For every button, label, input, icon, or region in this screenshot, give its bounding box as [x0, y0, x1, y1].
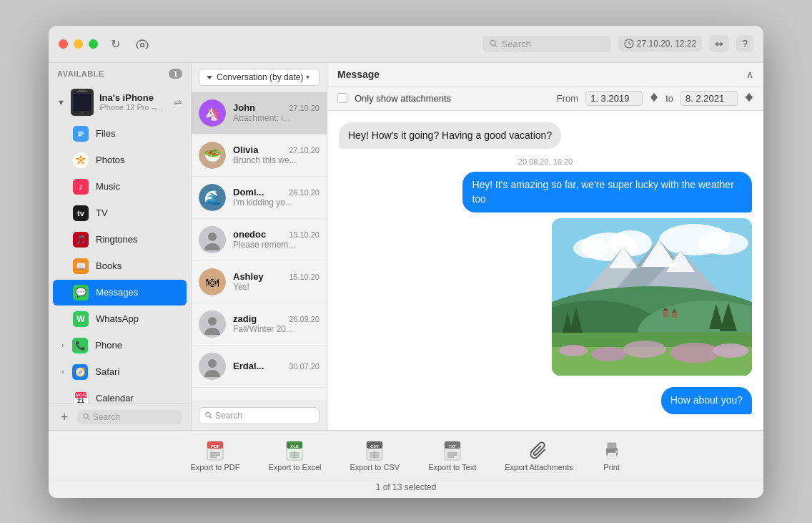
- minimize-button[interactable]: [74, 39, 83, 49]
- ringtones-icon: 🎵: [73, 232, 89, 248]
- sidebar: AVAILABLE 1 ▼ Ina's iPhone iPhone 12 Pro…: [49, 63, 192, 430]
- sidebar-item-calendar[interactable]: MON 21 Calendar: [53, 386, 187, 404]
- conversations-list: 🦄 John 27.10.20 Attachment: i...: [192, 92, 327, 401]
- svg-line-19: [88, 418, 89, 419]
- safari-icon: 🧭: [72, 364, 88, 380]
- message-bubble-3: How about you?: [661, 387, 752, 414]
- conversations-search-inner[interactable]: [199, 407, 320, 424]
- add-button[interactable]: +: [57, 410, 71, 424]
- conversation-item-erdal[interactable]: Erdal... 30.07.20: [192, 346, 327, 388]
- from-date-stepper[interactable]: [650, 92, 658, 105]
- export-pdf-label: Export to PDF: [190, 463, 239, 471]
- avatar-zadig: [199, 311, 226, 338]
- svg-point-34: [208, 359, 217, 368]
- maximize-button[interactable]: [89, 39, 98, 49]
- conversation-item-john[interactable]: 🦄 John 27.10.20 Attachment: i...: [192, 92, 327, 135]
- conv-name-row-ashley: Ashley 15.10.20: [233, 271, 320, 282]
- sidebar-item-safari-label: Safari: [95, 366, 119, 377]
- export-csv-label: Export to CSV: [350, 463, 400, 471]
- conversation-item-domini[interactable]: 🌊 Domi... 26.10.20 I'm kidding yo...: [192, 177, 327, 219]
- conversation-item-onedoc[interactable]: onedoc 19.10.20 Please remem...: [192, 219, 327, 261]
- to-date-stepper[interactable]: [745, 92, 753, 105]
- resize-button[interactable]: ⇔: [709, 35, 729, 52]
- sidebar-item-messages[interactable]: 💬 Messages: [53, 280, 187, 306]
- sidebar-search[interactable]: [77, 410, 182, 424]
- sidebar-item-books-label: Books: [96, 260, 122, 271]
- sidebar-item-files[interactable]: Files: [53, 121, 187, 147]
- sidebar-item-safari[interactable]: › 🧭 Safari: [53, 359, 187, 385]
- svg-point-60: [623, 341, 666, 358]
- conv-name-olivia: Olivia: [233, 145, 258, 155]
- close-button[interactable]: [59, 39, 68, 49]
- attachments-checkbox[interactable]: [337, 93, 347, 103]
- export-text-button[interactable]: TXT Export to Text: [414, 436, 490, 476]
- sidebar-item-books[interactable]: 📖 Books: [53, 253, 187, 279]
- svg-line-2: [495, 45, 496, 47]
- conv-preview-olivia: Brunch this we...: [233, 155, 320, 165]
- print-button[interactable]: Print: [588, 436, 636, 476]
- sidebar-item-whatsapp[interactable]: W WhatsApp: [53, 306, 187, 332]
- export-pdf-button[interactable]: PDF Export to PDF: [176, 436, 254, 476]
- refresh-icon[interactable]: ↻: [105, 34, 125, 54]
- sidebar-item-calendar-label: Calendar: [96, 393, 134, 404]
- conv-preview-zadig: Fall/Winter 20...: [233, 324, 320, 334]
- whatsapp-icon: W: [73, 311, 89, 327]
- sidebar-item-music-label: Music: [96, 181, 120, 192]
- sidebar-item-phone[interactable]: › 📞 Phone: [53, 333, 187, 358]
- conv-name-zadig: zadig: [233, 313, 257, 324]
- svg-point-0: [141, 44, 144, 47]
- conv-info-erdal: Erdal... 30.07.20: [233, 361, 320, 371]
- svg-rect-8: [74, 94, 91, 111]
- svg-rect-67: [663, 311, 668, 317]
- export-csv-button[interactable]: CSV Export to CSV: [335, 436, 414, 476]
- svg-point-28: [208, 233, 217, 241]
- app-window: ↻ 27.10.20, 12:22 ⇔ ?: [49, 26, 763, 498]
- svg-point-35: [206, 412, 210, 416]
- help-button[interactable]: ?: [736, 35, 753, 52]
- export-excel-button[interactable]: XLS Export to Excel: [254, 436, 335, 476]
- sidebar-search-input[interactable]: [93, 412, 177, 422]
- collapse-icon[interactable]: ∧: [746, 69, 753, 80]
- conversation-item-zadig[interactable]: zadig 26.09.20 Fall/Winter 20...: [192, 303, 327, 346]
- device-model: iPhone 12 Pro –...: [99, 103, 168, 112]
- export-attachments-label: Export Attachments: [505, 463, 573, 471]
- conv-date-erdal: 30.07.20: [289, 362, 320, 371]
- svg-text:TXT: TXT: [448, 444, 456, 449]
- svg-text:CSV: CSV: [371, 444, 380, 449]
- status-bar: 1 of 13 selected: [49, 479, 763, 498]
- attachments-icon: [529, 441, 549, 461]
- conv-name-row-erdal: Erdal... 30.07.20: [233, 361, 320, 371]
- conversation-item-olivia[interactable]: 🥗 Olivia 27.10.20 Brunch this we...: [192, 135, 327, 177]
- eye-icon[interactable]: [132, 34, 152, 54]
- sidebar-item-tv-label: TV: [96, 207, 108, 218]
- titlebar-search[interactable]: [482, 36, 611, 52]
- from-date-input[interactable]: [585, 91, 643, 106]
- conversations-search-input[interactable]: [215, 411, 313, 421]
- clock-icon: [624, 39, 634, 49]
- conv-name-row-john: John 27.10.20: [233, 102, 320, 113]
- export-attachments-button[interactable]: Export Attachments: [490, 436, 587, 476]
- from-label: From: [557, 93, 578, 104]
- sidebar-item-phone-label: Phone: [95, 340, 122, 351]
- sidebar-item-ringtones[interactable]: 🎵 Ringtones: [53, 227, 187, 253]
- titlebar-search-input[interactable]: [502, 39, 604, 49]
- to-date-input[interactable]: [680, 91, 738, 106]
- sidebar-item-tv[interactable]: tv TV: [53, 200, 187, 226]
- conversations-panel: Conversation (by date) ▾ 🦄 John: [192, 63, 327, 430]
- titlebar: ↻ 27.10.20, 12:22 ⇔ ?: [49, 26, 763, 63]
- device-row[interactable]: ▼ Ina's iPhone iPhone 12 Pro –... ⇌: [49, 84, 191, 120]
- phone-chevron-icon: ›: [61, 341, 64, 349]
- conversation-item-ashley[interactable]: 🍽 Ashley 15.10.20 Yes!: [192, 261, 327, 303]
- svg-point-18: [84, 414, 88, 418]
- messages-icon: 💬: [73, 285, 89, 300]
- sidebar-item-photos[interactable]: Photos: [53, 147, 187, 173]
- files-icon: [73, 126, 89, 142]
- device-name: Ina's iPhone: [99, 92, 168, 103]
- conversations-sort-button[interactable]: Conversation (by date) ▾: [199, 69, 320, 86]
- safari-chevron-icon: ›: [61, 368, 64, 376]
- avatar-ashley: 🍽: [199, 268, 226, 295]
- conv-info-domini: Domi... 26.10.20 I'm kidding yo...: [233, 187, 320, 207]
- sidebar-item-whatsapp-label: WhatsApp: [96, 313, 139, 324]
- sidebar-item-music[interactable]: ♪ Music: [53, 174, 187, 200]
- svg-line-5: [629, 44, 631, 45]
